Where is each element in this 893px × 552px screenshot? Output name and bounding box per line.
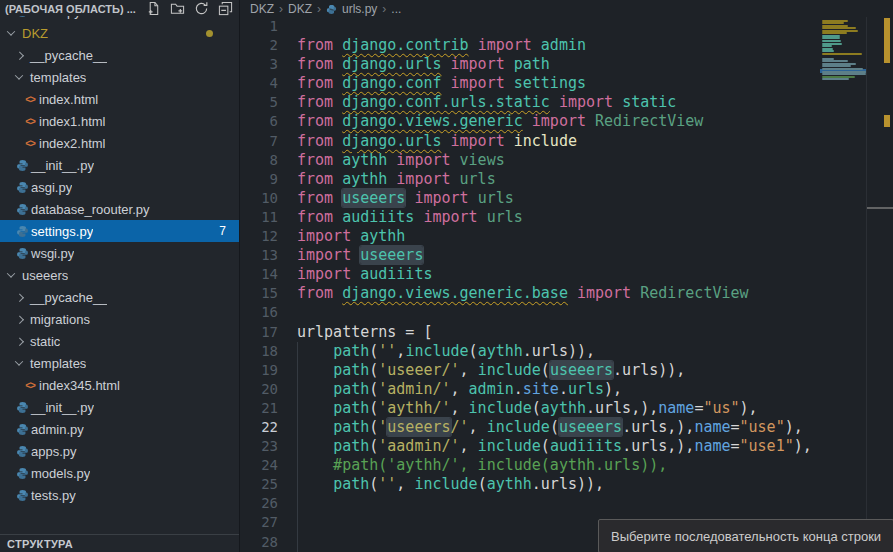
- html-file-icon: <>: [22, 138, 38, 149]
- tree-item-tests.py[interactable]: tests.py: [0, 484, 239, 506]
- line-number: 25: [241, 475, 297, 494]
- tree-item-wsgi.py[interactable]: wsgi.py: [0, 242, 239, 264]
- code-line-7[interactable]: 7from django.urls import include: [241, 132, 893, 151]
- explorer-sidebar: views.pyDKZ__pycache__templates<>index.h…: [0, 0, 240, 552]
- tree-item-label: asgi.py: [30, 180, 72, 195]
- code-line-18[interactable]: 18 path('',include(aythh.urls)),: [241, 342, 893, 361]
- code-text: from django.urls import include: [297, 132, 893, 151]
- breadcrumb-item-symbol[interactable]: ...: [391, 2, 401, 16]
- code-line-26[interactable]: 26: [241, 494, 893, 513]
- chevron-down-icon: [7, 27, 15, 35]
- code-line-9[interactable]: 9from aythh import urls: [241, 170, 893, 189]
- code-line-1[interactable]: 1: [241, 17, 893, 36]
- code-line-10[interactable]: 10from useeers import urls: [241, 189, 893, 208]
- line-number: 8: [241, 151, 297, 170]
- code-line-21[interactable]: 21 path('aythh/', include(aythh.urls,),n…: [241, 399, 893, 418]
- code-line-2[interactable]: 2from django.contrib import admin: [241, 36, 893, 55]
- eol-sequence-tooltip: Выберите последовательность конца строки: [598, 519, 893, 552]
- breadcrumb-item-file[interactable]: urls.py: [342, 2, 377, 16]
- code-line-22[interactable]: 22 path('useeers/', include(useeers.urls…: [241, 418, 893, 437]
- tree-item-templates[interactable]: templates: [0, 352, 239, 374]
- scrollbar-overview-ruler[interactable]: [866, 0, 893, 552]
- code-text: from aythh import urls: [297, 170, 893, 189]
- minimap-line: [822, 73, 866, 75]
- code-line-24[interactable]: 24 #path('aythh/', include(aythh.urls)),: [241, 456, 893, 475]
- tree-item-label: database_roouter.py: [30, 202, 150, 217]
- tree-item-apps.py[interactable]: apps.py: [0, 440, 239, 462]
- tree-item-label: index345.html: [38, 378, 120, 393]
- breadcrumb-item-subfolder[interactable]: DKZ: [288, 2, 312, 16]
- refresh-icon[interactable]: [194, 1, 209, 16]
- tree-item-database_roouter.py[interactable]: database_roouter.py: [0, 198, 239, 220]
- tree-item-label: __init__.py: [30, 400, 94, 415]
- code-line-23[interactable]: 23 path('aadmin/', include(audiiits.urls…: [241, 437, 893, 456]
- code-area[interactable]: 12from django.contrib import admin3from …: [241, 17, 893, 552]
- tree-item-templates[interactable]: templates: [0, 66, 239, 88]
- line-number: 9: [241, 170, 297, 189]
- new-folder-icon[interactable]: [170, 1, 185, 16]
- code-line-12[interactable]: 12import aythh: [241, 227, 893, 246]
- code-line-25[interactable]: 25 path('', include(aythh.urls)),: [241, 475, 893, 494]
- code-line-3[interactable]: 3from django.urls import path: [241, 55, 893, 74]
- python-file-icon: [14, 423, 30, 436]
- code-text: path('useeer/', include(useeers.urls)),: [297, 361, 893, 380]
- tree-item-settings.py[interactable]: settings.py7: [0, 220, 239, 242]
- line-number: 13: [241, 246, 297, 265]
- code-line-11[interactable]: 11from audiiits import urls: [241, 208, 893, 227]
- tree-item-admin.py[interactable]: admin.py: [0, 418, 239, 440]
- tree-item-index1.html[interactable]: <>index1.html: [0, 110, 239, 132]
- tree-item-DKZ[interactable]: DKZ: [0, 22, 239, 44]
- code-line-15[interactable]: 15from django.views.generic.base import …: [241, 284, 893, 303]
- code-line-8[interactable]: 8from aythh import views: [241, 151, 893, 170]
- tree-item-static[interactable]: static: [0, 330, 239, 352]
- tree-item-asgi.py[interactable]: asgi.py: [0, 176, 239, 198]
- breadcrumb-item-folder[interactable]: DKZ: [250, 2, 274, 16]
- line-number: 26: [241, 494, 297, 513]
- code-text: from django.views.generic.base import Re…: [297, 284, 893, 303]
- tree-item-__init__.py[interactable]: __init__.py: [0, 154, 239, 176]
- tree-item-__init__.py[interactable]: __init__.py: [0, 396, 239, 418]
- code-line-4[interactable]: 4from django.conf import settings: [241, 74, 893, 93]
- tree-item-migrations[interactable]: migrations: [0, 308, 239, 330]
- tree-item-__pycache__[interactable]: __pycache__: [0, 286, 239, 308]
- tree-item-models.py[interactable]: models.py: [0, 462, 239, 484]
- workspace-title: (РАБОЧАЯ ОБЛАСТЬ) ...: [5, 3, 146, 15]
- tree-item-index345.html[interactable]: <>index345.html: [0, 374, 239, 396]
- python-file-icon: [14, 225, 30, 238]
- code-text: from django.urls import path: [297, 55, 893, 74]
- line-number: 15: [241, 284, 297, 303]
- explorer-section-header[interactable]: (РАБОЧАЯ ОБЛАСТЬ) ...: [0, 0, 239, 16]
- tree-item-index2.html[interactable]: <>index2.html: [0, 132, 239, 154]
- code-line-6[interactable]: 6from django.views.generic import Redire…: [241, 112, 893, 131]
- code-text: path('aythh/', include(aythh.urls,),name…: [297, 399, 893, 418]
- code-line-16[interactable]: 16: [241, 303, 893, 322]
- outline-section-header[interactable]: СТРУКТУРА: [0, 534, 239, 552]
- code-line-20[interactable]: 20 path('admin/', admin.site.urls),: [241, 380, 893, 399]
- code-text: import aythh: [297, 227, 893, 246]
- code-text: urlpatterns = [: [297, 323, 893, 342]
- code-text: from useeers import urls: [297, 189, 893, 208]
- code-line-14[interactable]: 14import audiiits: [241, 265, 893, 284]
- line-number: 18: [241, 342, 297, 361]
- line-number: 5: [241, 93, 297, 112]
- collapse-all-icon[interactable]: [218, 1, 233, 16]
- code-line-5[interactable]: 5from django.conf.urls.static import sta…: [241, 93, 893, 112]
- new-file-icon[interactable]: [146, 1, 161, 16]
- tree-item-index.html[interactable]: <>index.html: [0, 88, 239, 110]
- line-number: 6: [241, 112, 297, 131]
- tree-item-label: __init__.py: [30, 158, 94, 173]
- code-line-17[interactable]: 17urlpatterns = [: [241, 323, 893, 342]
- code-line-13[interactable]: 13import useeers: [241, 246, 893, 265]
- code-line-19[interactable]: 19 path('useeer/', include(useeers.urls)…: [241, 361, 893, 380]
- minimap[interactable]: [820, 17, 866, 537]
- chevron-down-icon: [15, 71, 23, 79]
- tree-item-label: index1.html: [38, 114, 105, 129]
- code-text: from django.conf.urls.static import stat…: [297, 93, 893, 112]
- tree-item-useeers[interactable]: useeers: [0, 264, 239, 286]
- tree-item-label: index.html: [38, 92, 98, 107]
- tree-item-__pycache__[interactable]: __pycache__: [0, 44, 239, 66]
- html-file-icon: <>: [22, 94, 38, 105]
- line-number: 10: [241, 189, 297, 208]
- python-file-icon: [14, 467, 30, 480]
- tree-item-label: templates: [29, 356, 86, 371]
